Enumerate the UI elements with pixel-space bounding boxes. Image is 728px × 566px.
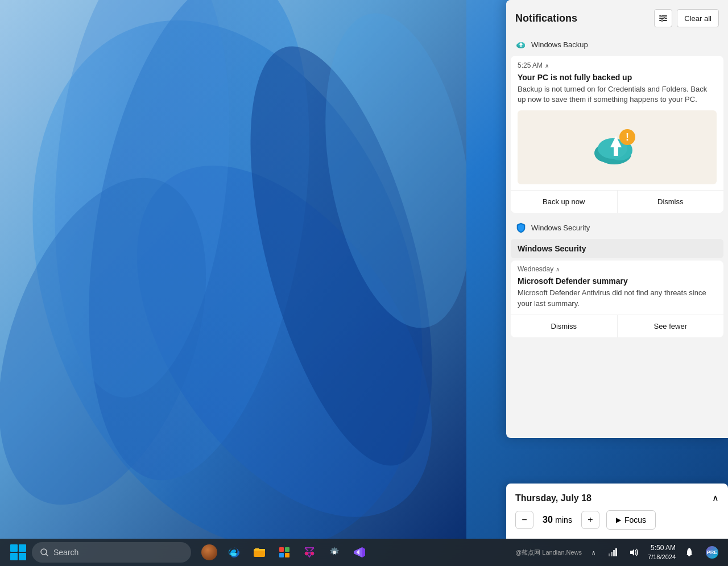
notification-panel: Notifications Clear all	[506, 0, 728, 438]
backup-card-time: 5:25 AM ∧	[518, 61, 549, 69]
svg-rect-19	[520, 45, 522, 47]
tray-overflow-button[interactable]: ∧	[586, 541, 600, 564]
svg-point-38	[333, 551, 336, 554]
landian-label: @蓝点网 Landian.News	[515, 548, 582, 557]
settings-taskbar-icon[interactable]	[323, 541, 346, 564]
focus-duration-display: 30 mins	[540, 515, 574, 525]
snipping-tool-taskbar-icon[interactable]	[298, 541, 321, 564]
svg-rect-39	[609, 553, 610, 556]
store-icon	[278, 546, 291, 559]
focus-session-header: Thursday, July 18 ∧	[515, 493, 719, 503]
windows-insider-icon: PRE	[706, 546, 718, 559]
visual-studio-taskbar-icon[interactable]	[348, 541, 371, 564]
backup-dismiss-button[interactable]: Dismiss	[617, 191, 724, 213]
taskbar: Search	[0, 539, 728, 566]
settings-icon	[659, 14, 668, 23]
svg-rect-42	[615, 548, 617, 556]
svg-rect-30	[279, 547, 284, 552]
svg-point-35	[311, 552, 314, 555]
explorer-icon	[253, 546, 266, 559]
volume-tray-button[interactable]	[625, 541, 643, 564]
current-time: 5:50 AM	[648, 544, 676, 553]
backup-illustration: !	[589, 119, 646, 176]
search-icon	[40, 548, 49, 557]
notification-header-actions: Clear all	[654, 9, 719, 27]
start-button[interactable]	[7, 541, 30, 564]
see-fewer-button[interactable]: See fewer	[617, 315, 724, 337]
tray-chevron-icon: ∧	[592, 550, 595, 556]
notification-header: Notifications Clear all	[506, 0, 728, 34]
focus-session-date: Thursday, July 18	[515, 493, 592, 503]
svg-marker-43	[630, 549, 634, 556]
clear-all-button[interactable]: Clear all	[677, 9, 719, 27]
security-card-header: Wednesday ∧	[511, 261, 723, 276]
windows-security-section-header: Windows Security	[511, 239, 723, 258]
visual-studio-icon	[353, 546, 366, 559]
windows-backup-app-icon	[515, 39, 527, 50]
clock-display[interactable]: 5:50 AM 7/18/2024	[648, 544, 676, 561]
taskbar-right: @蓝点网 Landian.News ∧	[515, 541, 721, 564]
settings-gear-icon	[328, 546, 341, 559]
notification-settings-button[interactable]	[654, 9, 672, 27]
edge-icon	[228, 546, 241, 559]
store-taskbar-icon[interactable]	[273, 541, 296, 564]
backup-card-header: 5:25 AM ∧	[511, 56, 723, 73]
svg-rect-31	[285, 547, 289, 552]
focus-plus-button[interactable]: +	[581, 511, 599, 529]
file-explorer-taskbar-icon[interactable]	[248, 541, 271, 564]
search-placeholder: Search	[53, 548, 78, 557]
security-card-time: Wednesday ∧	[518, 265, 560, 273]
backup-card-image: !	[518, 110, 717, 184]
windows-security-card: Wednesday ∧ Microsoft Defender summary M…	[511, 261, 723, 337]
volume-icon	[629, 548, 639, 557]
play-icon: ▶	[616, 516, 621, 524]
system-tray: ∧	[586, 541, 643, 564]
svg-rect-32	[279, 553, 284, 557]
network-tray-button[interactable]	[603, 541, 622, 564]
security-time-chevron-icon: ∧	[556, 266, 560, 272]
security-card-title: Microsoft Defender summary	[511, 276, 723, 288]
windows-insider-button[interactable]: PRE	[703, 541, 721, 564]
svg-point-11	[661, 15, 663, 17]
security-dismiss-button[interactable]: Dismiss	[511, 315, 617, 337]
svg-rect-41	[613, 550, 615, 556]
svg-rect-33	[285, 553, 289, 557]
focus-session-controls: − 30 mins + ▶ Focus	[515, 510, 719, 530]
notification-bell-button[interactable]	[680, 541, 698, 564]
time-chevron-icon: ∧	[545, 63, 549, 69]
chevron-up-icon: ∧	[712, 493, 719, 503]
svg-point-34	[305, 552, 308, 555]
focus-collapse-button[interactable]: ∧	[712, 493, 719, 503]
windows-security-app-icon	[515, 222, 527, 233]
windows-backup-card: 5:25 AM ∧ Your PC is not fully backed up…	[511, 56, 723, 213]
focus-start-button[interactable]: ▶ Focus	[606, 510, 656, 530]
taskbar-search-bar[interactable]: Search	[32, 542, 191, 563]
avatar	[201, 544, 217, 560]
snip-icon	[303, 546, 316, 559]
windows-logo	[10, 544, 26, 560]
windows-security-group-header: Windows Security	[511, 217, 723, 237]
notification-scroll-area[interactable]: Windows Backup 5:25 AM ∧ Your PC is not …	[506, 34, 728, 438]
svg-point-13	[661, 20, 663, 22]
svg-rect-40	[611, 552, 613, 556]
focus-minus-button[interactable]: −	[515, 511, 533, 529]
svg-text:!: !	[626, 131, 629, 143]
network-icon	[608, 548, 617, 557]
taskbar-left	[7, 541, 30, 564]
edge-taskbar-icon[interactable]	[223, 541, 246, 564]
shield-icon	[515, 222, 527, 233]
taskbar-app-icons	[198, 541, 371, 564]
backup-card-actions: Back up now Dismiss	[511, 190, 723, 213]
notification-panel-title: Notifications	[515, 13, 577, 24]
windows-security-app-name: Windows Security	[531, 224, 590, 232]
backup-card-title: Your PC is not fully backed up	[511, 73, 723, 84]
svg-point-12	[664, 18, 665, 19]
security-card-body: Microsoft Defender Antivirus did not fin…	[511, 288, 723, 314]
svg-line-28	[46, 554, 48, 556]
user-avatar-taskbar[interactable]	[198, 541, 221, 564]
cloud-backup-icon	[515, 39, 527, 50]
back-up-now-button[interactable]: Back up now	[511, 191, 617, 213]
windows-backup-group-header: Windows Backup	[511, 34, 723, 53]
focus-session-panel: Thursday, July 18 ∧ − 30 mins + ▶ Focus	[506, 484, 728, 539]
security-card-actions: Dismiss See fewer	[511, 315, 723, 337]
